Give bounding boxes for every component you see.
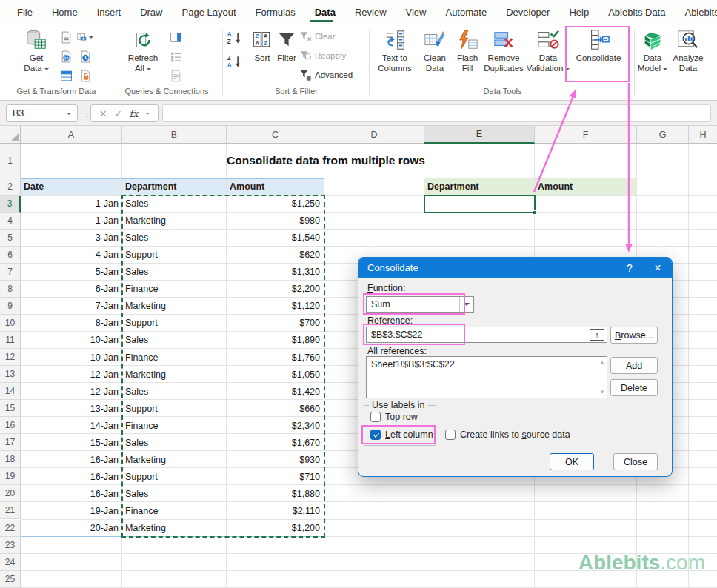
result-header-department[interactable]: Department <box>427 178 531 196</box>
column-header-G[interactable]: G <box>637 126 689 144</box>
column-header-H[interactable]: H <box>689 126 717 144</box>
cell-department[interactable]: Sales <box>125 196 224 213</box>
data-validation-button[interactable]: DataValidation <box>525 27 571 84</box>
cell-date[interactable]: 7-Jan <box>21 298 119 315</box>
column-header-B[interactable]: B <box>122 126 227 144</box>
dialog-help-icon[interactable]: ? <box>617 258 642 278</box>
cell-amount[interactable]: $2,110 <box>227 502 320 519</box>
table-camera-icon[interactable] <box>77 30 93 44</box>
cell-department[interactable]: Finance <box>125 281 224 298</box>
insert-function-icon[interactable]: fx <box>130 108 139 119</box>
cell-date[interactable]: 4-Jan <box>21 247 119 264</box>
row-header-8[interactable]: 8 <box>0 281 21 298</box>
cell-department[interactable]: Finance <box>125 349 224 366</box>
remove-duplicates-button[interactable]: RemoveDuplicates <box>484 27 524 84</box>
menu-tab-ablebits-data[interactable]: Ablebits Data <box>598 1 675 24</box>
menu-tab-home[interactable]: Home <box>42 1 87 24</box>
menu-tab-formulas[interactable]: Formulas <box>246 1 305 24</box>
column-header-C[interactable]: C <box>227 126 324 144</box>
cell-date[interactable]: 1-Jan <box>21 213 119 230</box>
consolidate-button[interactable]: Consolidate <box>569 27 628 84</box>
text-to-columns-button[interactable]: Text toColumns <box>373 27 416 84</box>
cell-department[interactable]: Sales <box>125 434 224 451</box>
cell-date[interactable]: 12-Jan <box>21 383 119 400</box>
panel-icon[interactable] <box>167 30 184 44</box>
cell-amount[interactable]: $1,670 <box>227 434 320 451</box>
cell-department[interactable]: Marketing <box>125 366 224 383</box>
ok-button[interactable]: OK <box>550 453 594 470</box>
cell-date[interactable]: 16-Jan <box>21 451 119 468</box>
scroll-up-icon[interactable]: ▲ <box>599 359 605 366</box>
cell-department[interactable]: Support <box>125 468 224 485</box>
cell-amount[interactable]: $700 <box>227 315 320 332</box>
source-header-department[interactable]: Department <box>125 178 221 196</box>
cell-date[interactable]: 16-Jan <box>21 485 119 502</box>
cell-amount[interactable]: $1,310 <box>227 264 320 281</box>
fill-handle[interactable] <box>533 210 537 215</box>
doc-lines-icon[interactable] <box>58 30 74 44</box>
za-icon[interactable]: ZA <box>227 54 243 69</box>
cell-amount[interactable]: $660 <box>227 400 320 417</box>
row-header-12[interactable]: 12 <box>0 349 21 366</box>
cell-department[interactable]: Support <box>125 247 224 264</box>
cell-department[interactable]: Support <box>125 400 224 417</box>
cell-date[interactable]: 6-Jan <box>21 281 119 298</box>
cell-department[interactable]: Finance <box>125 502 224 519</box>
cell-amount[interactable]: $930 <box>227 451 320 468</box>
menu-tab-view[interactable]: View <box>396 1 436 24</box>
row-header-14[interactable]: 14 <box>0 383 21 400</box>
cell-amount[interactable]: $1,420 <box>227 383 320 400</box>
cell-date[interactable]: 13-Jan <box>21 400 119 417</box>
cell-date[interactable]: 19-Jan <box>21 502 119 519</box>
row-header-9[interactable]: 9 <box>0 298 21 315</box>
cell-date[interactable]: 16-Jan <box>21 468 119 485</box>
row-header-15[interactable]: 15 <box>0 400 21 417</box>
select-all-corner[interactable] <box>0 126 21 144</box>
doc-gray-icon[interactable] <box>167 68 184 83</box>
doc-globe-icon[interactable] <box>58 49 74 64</box>
row-header-16[interactable]: 16 <box>0 417 21 434</box>
menu-tab-file[interactable]: File <box>7 1 42 24</box>
cell-date[interactable]: 20-Jan <box>21 520 119 537</box>
row-header-13[interactable]: 13 <box>0 366 21 383</box>
row-header-10[interactable]: 10 <box>0 315 21 332</box>
row-header-23[interactable]: 23 <box>0 537 21 554</box>
all-references-listbox[interactable]: Sheet1!$B$3:$C$22 ▲ ▼ <box>366 356 607 398</box>
close-button[interactable]: Close <box>613 453 658 470</box>
row-header-22[interactable]: 22 <box>0 520 21 537</box>
menu-tab-page-layout[interactable]: Page Layout <box>173 1 246 24</box>
advanced-button[interactable]: Advanced <box>299 67 353 82</box>
row-header-5[interactable]: 5 <box>0 230 21 247</box>
row-header-20[interactable]: 20 <box>0 485 21 502</box>
cell-department[interactable]: Marketing <box>125 520 224 537</box>
cell-amount[interactable]: $1,890 <box>227 332 320 349</box>
menu-overflow-icon[interactable]: ⋯ <box>705 4 714 15</box>
row-header-21[interactable]: 21 <box>0 502 21 519</box>
data-model-button[interactable]: DataModel <box>636 27 670 84</box>
column-header-E[interactable]: E <box>424 126 535 144</box>
row-header-24[interactable]: 24 <box>0 554 21 571</box>
formula-input[interactable] <box>162 104 711 122</box>
flash-fill-button[interactable]: FlashFill <box>452 27 483 84</box>
row-header-4[interactable]: 4 <box>0 213 21 230</box>
clean-data-button[interactable]: CleanData <box>418 27 451 84</box>
row-header-17[interactable]: 17 <box>0 434 21 451</box>
column-header-F[interactable]: F <box>535 126 637 144</box>
row-header-3[interactable]: 3 <box>0 196 21 213</box>
cell-date[interactable]: 10-Jan <box>21 349 119 366</box>
source-header-amount[interactable]: Amount <box>230 178 319 196</box>
name-box[interactable]: B3 <box>6 104 78 122</box>
doc-lock-icon[interactable] <box>77 68 93 83</box>
sort-button[interactable]: ZAAZSort <box>249 27 276 84</box>
cell-department[interactable]: Support <box>125 315 224 332</box>
cell-department[interactable]: Marketing <box>125 213 224 230</box>
menu-tab-data[interactable]: Data <box>305 1 345 24</box>
cancel-entry-icon[interactable]: ✕ <box>99 108 107 119</box>
active-cell[interactable] <box>424 195 536 213</box>
cell-amount[interactable]: $980 <box>227 213 320 230</box>
dialog-close-icon[interactable]: × <box>645 258 670 278</box>
browse-button[interactable]: Browse... <box>610 327 658 344</box>
cell-amount[interactable]: $1,120 <box>227 298 320 315</box>
function-combobox[interactable]: Sum <box>366 296 474 313</box>
cell-date[interactable]: 8-Jan <box>21 315 119 332</box>
